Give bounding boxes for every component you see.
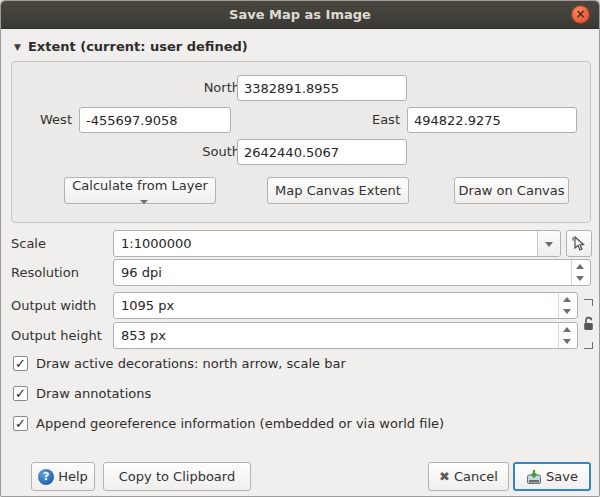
cancel-x-icon: ✖	[439, 469, 450, 484]
output-width-label: Output width	[11, 292, 96, 319]
checkbox-label: Draw annotations	[36, 385, 151, 403]
extent-groupbox: North West East South Calculate from Lay…	[11, 61, 591, 223]
spin-down-icon[interactable]	[558, 306, 577, 319]
scale-combobox[interactable]	[113, 230, 561, 257]
collapse-triangle-icon: ▼	[14, 42, 21, 52]
close-icon[interactable]: ×	[571, 5, 590, 24]
output-width-spinbox[interactable]	[113, 292, 578, 319]
checkbox-checked-icon[interactable]: ✓	[13, 356, 28, 371]
north-label: North	[162, 75, 240, 101]
calculate-from-layer-label: Calculate from Layer	[72, 178, 207, 193]
spin-up-icon[interactable]	[558, 323, 577, 336]
checkbox-label: Append georeference information (embedde…	[36, 415, 444, 433]
north-input[interactable]	[237, 75, 407, 101]
bracket-top	[584, 299, 593, 306]
output-height-spinbox[interactable]	[113, 322, 578, 349]
open-lock-icon	[582, 316, 596, 332]
spin-down-icon[interactable]	[571, 273, 590, 286]
checkbox-label: Draw active decorations: north arrow, sc…	[36, 355, 346, 373]
south-input[interactable]	[237, 139, 407, 165]
save-label: Save	[546, 469, 578, 484]
calculate-from-layer-button[interactable]: Calculate from Layer	[64, 177, 216, 204]
cursor-pointer-icon	[571, 236, 587, 252]
scale-input[interactable]	[114, 231, 536, 256]
output-height-spin-column	[558, 323, 577, 348]
extent-header-label: Extent (current: user defined)	[28, 39, 248, 54]
save-button[interactable]: Save	[513, 462, 591, 491]
copy-to-clipboard-button[interactable]: Copy to Clipboard	[103, 462, 251, 491]
help-icon: ?	[38, 469, 54, 485]
resolution-spin-column	[571, 260, 590, 285]
west-input[interactable]	[79, 107, 231, 133]
draw-on-canvas-button[interactable]: Draw on Canvas	[454, 177, 569, 204]
dialog-title: Save Map as Image	[1, 1, 599, 29]
spin-up-icon[interactable]	[558, 293, 577, 306]
chevron-down-icon	[140, 200, 148, 204]
cancel-button[interactable]: ✖ Cancel	[428, 462, 509, 491]
save-map-as-image-dialog: Save Map as Image × ▼Extent (current: us…	[0, 0, 600, 497]
output-width-spin-column	[558, 293, 577, 318]
help-label: Help	[58, 469, 88, 484]
help-button[interactable]: ? Help	[31, 462, 95, 491]
checkbox-checked-icon[interactable]: ✓	[13, 416, 28, 431]
checkbox-checked-icon[interactable]: ✓	[13, 386, 28, 401]
set-scale-from-canvas-button[interactable]	[566, 230, 592, 257]
output-width-input[interactable]	[114, 293, 557, 318]
map-canvas-extent-button[interactable]: Map Canvas Extent	[267, 177, 409, 204]
resolution-label: Resolution	[11, 259, 79, 286]
output-height-label: Output height	[11, 322, 102, 349]
bracket-bottom	[584, 342, 593, 349]
cancel-label: Cancel	[454, 469, 498, 484]
south-label: South	[162, 139, 240, 165]
aspect-ratio-lock-button[interactable]	[580, 293, 600, 355]
output-height-input[interactable]	[114, 323, 557, 348]
spin-down-icon[interactable]	[558, 336, 577, 349]
resolution-input[interactable]	[114, 260, 570, 285]
scale-dropdown-icon[interactable]	[537, 231, 560, 256]
save-icon	[526, 469, 542, 485]
resolution-spinbox[interactable]	[113, 259, 591, 286]
scale-label: Scale	[11, 230, 46, 257]
east-input[interactable]	[407, 107, 577, 133]
east-label: East	[327, 107, 400, 133]
titlebar[interactable]: Save Map as Image ×	[1, 1, 599, 29]
west-label: West	[20, 107, 72, 133]
extent-section-header[interactable]: ▼Extent (current: user defined)	[14, 39, 248, 54]
spin-up-icon[interactable]	[571, 260, 590, 273]
